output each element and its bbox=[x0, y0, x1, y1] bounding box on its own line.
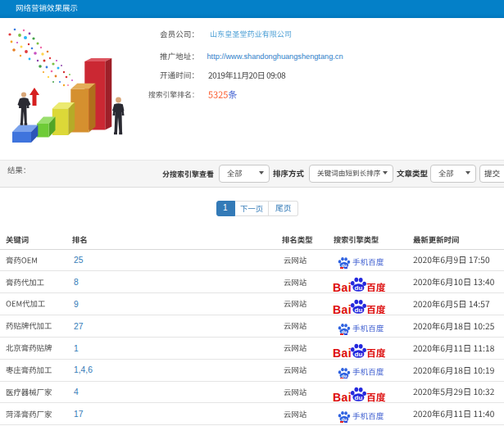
svg-text:du: du bbox=[355, 394, 363, 401]
svg-text:du: du bbox=[355, 306, 363, 314]
svg-text:du: du bbox=[355, 284, 363, 292]
svg-text:du: du bbox=[355, 350, 363, 357]
